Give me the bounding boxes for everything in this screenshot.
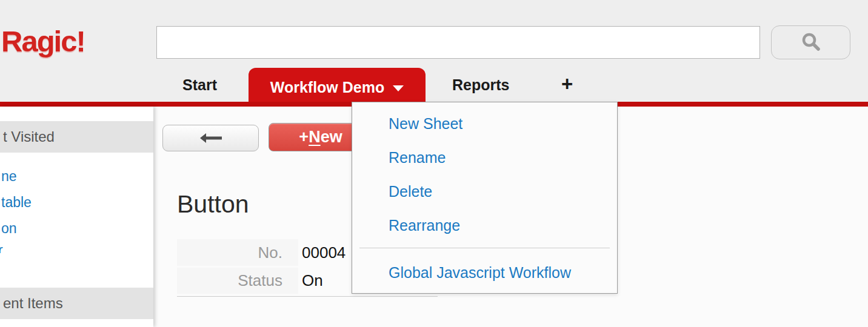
new-button-rest: ew — [321, 128, 342, 147]
form-divider — [177, 296, 438, 297]
tab-start[interactable]: Start — [182, 76, 217, 94]
menu-separator — [359, 248, 610, 248]
search-icon — [800, 31, 822, 53]
back-arrow-icon — [198, 133, 224, 144]
sheet-tab-dropdown-menu: New Sheet Rename Delete Rearrange Global… — [352, 102, 618, 294]
sidebar: t Visited ne table on r ent Items — [0, 107, 153, 327]
menu-item-new-sheet[interactable]: New Sheet — [352, 107, 617, 140]
menu-item-delete[interactable]: Delete — [352, 174, 617, 208]
new-button-plus: + — [299, 128, 309, 147]
menu-item-global-javascript-workflow[interactable]: Global Javascript Workflow — [352, 256, 617, 289]
field-label-status: Status — [177, 268, 298, 294]
record-title: Button — [177, 190, 249, 219]
sidebar-link-1[interactable]: ne — [1, 168, 17, 185]
sidebar-link-4[interactable]: r — [0, 242, 5, 253]
sidebar-section-recent: ent Items — [0, 288, 153, 319]
menu-item-rearrange[interactable]: Rearrange — [352, 208, 617, 242]
back-button[interactable] — [162, 125, 259, 151]
sidebar-link-2[interactable]: table — [1, 194, 32, 211]
field-value-status[interactable]: On — [302, 268, 323, 294]
top-header-bar: Ragic! Start Workflow Demo Reports + — [0, 0, 868, 102]
sidebar-link-3[interactable]: on — [1, 220, 17, 237]
sidebar-section-visited: t Visited — [0, 121, 153, 153]
ragic-app: Ragic! Start Workflow Demo Reports + t V… — [0, 0, 868, 327]
menu-item-rename[interactable]: Rename — [352, 140, 617, 174]
search-input[interactable] — [156, 26, 760, 59]
field-value-no[interactable]: 00004 — [302, 239, 346, 266]
tab-workflow-demo[interactable]: Workflow Demo — [249, 68, 426, 107]
field-label-no: No. — [177, 239, 298, 266]
add-tab-button[interactable]: + — [561, 73, 573, 96]
ragic-logo[interactable]: Ragic! — [1, 24, 85, 58]
tab-reports[interactable]: Reports — [452, 76, 509, 94]
search-button[interactable] — [771, 25, 850, 59]
chevron-down-icon — [393, 85, 404, 91]
new-button-accesskey: N — [309, 128, 321, 147]
tab-workflow-demo-label: Workflow Demo — [270, 79, 384, 96]
